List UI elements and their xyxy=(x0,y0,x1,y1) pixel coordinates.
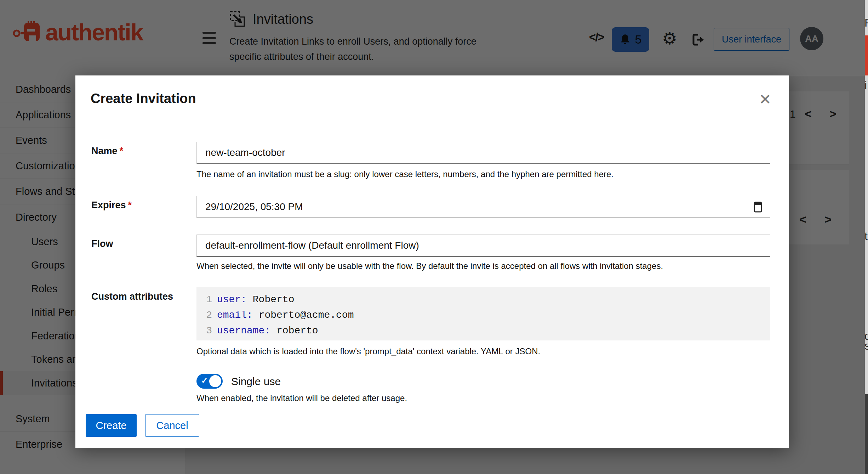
single-use-toggle[interactable]: ✓ xyxy=(196,374,223,389)
line-number: 2 xyxy=(196,307,217,323)
single-use-label: Single use xyxy=(231,376,281,388)
expires-label: Expires* xyxy=(91,200,190,211)
scroll-marker-red xyxy=(865,35,868,75)
single-use-helper-text: When enabled, the invitation will be del… xyxy=(196,393,407,403)
create-invitation-modal: Create Invitation ✕ Name* The name of an… xyxy=(75,75,789,448)
yaml-key: email: xyxy=(217,307,253,323)
yaml-key: user: xyxy=(217,292,247,307)
expires-datetime-input[interactable] xyxy=(196,196,770,218)
clipped-text-fragment: t xyxy=(865,230,868,243)
create-button[interactable]: Create xyxy=(86,414,137,437)
code-line: 2email: roberto@acme.com xyxy=(196,307,770,323)
yaml-key: username: xyxy=(217,323,270,339)
toggle-check-icon: ✓ xyxy=(201,376,208,385)
yaml-value: roberto@acme.com xyxy=(253,307,354,323)
custom-attributes-label: Custom attributes xyxy=(91,291,190,302)
right-edge-strip: Fitds xyxy=(865,0,868,474)
clipped-text-fragment: F xyxy=(865,16,868,29)
flow-select-input[interactable] xyxy=(196,235,770,257)
yaml-value: roberto xyxy=(270,323,318,339)
line-number: 3 xyxy=(196,323,217,339)
required-asterisk: * xyxy=(128,200,132,210)
clipped-text-fragment: s xyxy=(865,339,868,352)
custom-attributes-helper-text: Optional data which is loaded into the f… xyxy=(196,346,540,356)
required-asterisk: * xyxy=(120,146,124,156)
yaml-value: Roberto xyxy=(247,292,294,307)
toggle-knob xyxy=(209,375,221,387)
cancel-button[interactable]: Cancel xyxy=(145,414,199,437)
clipped-text-fragment: i xyxy=(865,79,867,92)
flow-label: Flow xyxy=(91,238,190,249)
close-icon[interactable]: ✕ xyxy=(757,92,773,107)
modal-title: Create Invitation xyxy=(91,91,196,106)
code-line: 3username: roberto xyxy=(196,323,770,339)
line-number: 1 xyxy=(196,292,217,307)
name-input[interactable] xyxy=(196,142,770,164)
name-label: Name* xyxy=(91,146,190,157)
scroll-marker-dark xyxy=(865,394,868,474)
screen: authentik DashboardsApplicationsEventsCu… xyxy=(0,0,868,474)
name-helper-text: The name of an invitation must be a slug… xyxy=(196,169,613,179)
yaml-code-editor[interactable]: 1user: Roberto2email: roberto@acme.com3u… xyxy=(196,287,770,340)
calendar-icon[interactable] xyxy=(753,201,763,214)
flow-helper-text: When selected, the invite will only be u… xyxy=(196,261,663,271)
code-line: 1user: Roberto xyxy=(196,292,770,307)
